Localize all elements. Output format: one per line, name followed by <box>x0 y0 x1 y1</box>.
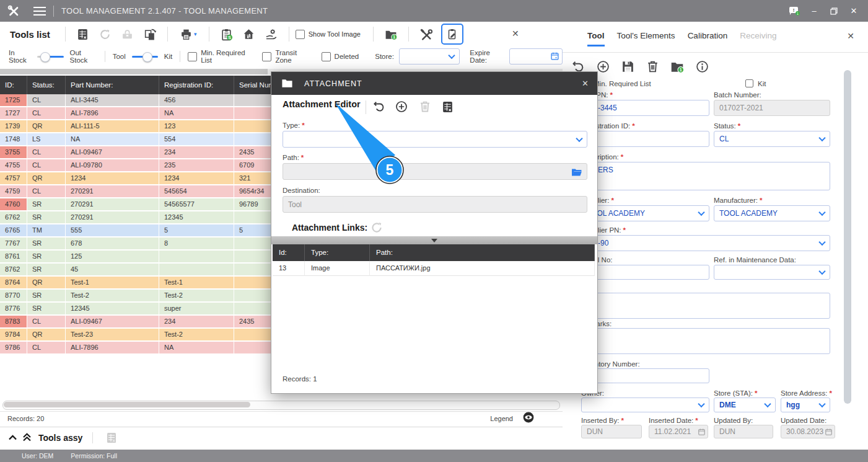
notification-icon[interactable]: !1 <box>786 4 802 19</box>
table-cell[interactable]: CL <box>27 146 66 159</box>
column-header[interactable]: Status: <box>27 76 66 94</box>
table-cell[interactable]: 12345 <box>159 211 234 224</box>
tools-crossed-button[interactable] <box>419 27 434 42</box>
links-cell[interactable]: 13 <box>273 261 305 276</box>
attachment-delete-icon-disabled[interactable] <box>418 99 432 114</box>
table-cell[interactable]: 545654 <box>159 185 234 198</box>
grid-horizontal-scrollbar-thumb[interactable] <box>4 402 250 407</box>
table-cell[interactable]: 9786 <box>0 342 27 355</box>
collapse-all-icon[interactable] <box>22 432 32 443</box>
table-cell[interactable]: CL <box>27 94 66 107</box>
table-cell[interactable]: 123 <box>159 120 234 133</box>
collapse-icon[interactable] <box>7 433 18 443</box>
save-icon[interactable] <box>620 58 636 74</box>
table-cell[interactable]: ALI-7896 <box>66 107 159 120</box>
table-cell[interactable]: 8761 <box>0 251 27 264</box>
store-address-select[interactable]: hgg <box>781 398 830 412</box>
table-cell[interactable]: 8764 <box>0 277 27 290</box>
supplier-select[interactable]: TOOL ACADEMY <box>581 205 709 221</box>
column-header[interactable]: Registration ID: <box>159 76 234 94</box>
table-cell[interactable]: 8 <box>159 238 234 251</box>
table-cell[interactable] <box>159 251 234 264</box>
tab-tool[interactable]: Tool <box>587 31 605 43</box>
table-cell[interactable]: 1727 <box>0 107 27 120</box>
detail-scrollbar[interactable] <box>844 70 851 408</box>
store-sta-select[interactable]: DME <box>714 398 776 412</box>
table-cell[interactable]: 234 <box>159 316 234 329</box>
table-cell[interactable]: QR <box>27 172 66 185</box>
info-icon[interactable] <box>694 58 710 74</box>
attachment-add-icon[interactable] <box>394 99 409 114</box>
table-cell[interactable]: 678 <box>66 238 159 251</box>
table-cell[interactable]: ALI-09467 <box>66 316 159 329</box>
store-select[interactable] <box>399 48 460 64</box>
table-cell[interactable]: NA <box>159 107 234 120</box>
table-cell[interactable]: 12345 <box>66 303 159 316</box>
stock-toggle[interactable] <box>37 52 63 61</box>
restore-button[interactable] <box>826 4 842 19</box>
type-select[interactable] <box>283 131 587 148</box>
table-cell[interactable]: 45 <box>66 264 159 277</box>
table-cell[interactable]: 4757 <box>0 172 27 185</box>
table-cell[interactable]: 456 <box>159 94 234 107</box>
links-column-header[interactable]: Path: <box>370 244 595 261</box>
table-cell[interactable]: 1725 <box>0 94 27 107</box>
table-cell[interactable]: 54565577 <box>159 198 234 211</box>
table-cell[interactable]: 6762 <box>0 211 27 224</box>
tab-tools-elements[interactable]: Tool's Elements <box>617 31 675 43</box>
grid-horizontal-scrollbar[interactable] <box>2 401 560 410</box>
close-attachment-dialog-icon[interactable]: ✕ <box>582 79 589 88</box>
table-cell[interactable]: 8762 <box>0 264 27 277</box>
table-cell[interactable]: NA <box>159 342 234 355</box>
table-cell[interactable]: SR <box>27 303 66 316</box>
table-cell[interactable]: 3755 <box>0 146 27 159</box>
links-refresh-icon[interactable] <box>369 220 384 235</box>
close-detail-panel-icon[interactable]: ✕ <box>847 32 854 40</box>
table-cell[interactable]: QR <box>27 329 66 342</box>
table-cell[interactable]: Test-2 <box>159 329 234 342</box>
table-cell[interactable]: SR <box>27 211 66 224</box>
splitter-handle[interactable] <box>271 236 597 244</box>
table-cell[interactable]: LS <box>27 133 66 146</box>
table-cell[interactable]: ALI-3445 <box>66 94 159 107</box>
supplier-pn-select[interactable]: ALI-90 <box>581 235 830 251</box>
table-cell[interactable]: super <box>159 303 234 316</box>
inventory-number-input[interactable] <box>581 368 709 383</box>
copy-move-button[interactable] <box>142 27 157 42</box>
registration-id-input[interactable] <box>581 131 709 147</box>
assy-grid-icon[interactable] <box>104 430 119 445</box>
table-cell[interactable]: 4760 <box>0 198 27 211</box>
print-button[interactable]: ▾ <box>178 27 199 42</box>
table-cell[interactable]: 6765 <box>0 224 27 238</box>
attachment-folder-icon[interactable]: 1 <box>669 58 685 74</box>
table-cell[interactable]: SR <box>27 264 66 277</box>
refresh-button[interactable] <box>98 27 113 42</box>
table-cell[interactable]: 4755 <box>0 159 27 172</box>
description-textarea[interactable]: PLIERS <box>581 162 830 190</box>
export-grid-button[interactable] <box>76 27 90 42</box>
table-cell[interactable]: Test-1 <box>159 277 234 290</box>
table-cell[interactable]: 5 <box>159 224 234 238</box>
deleted-checkbox[interactable] <box>322 52 331 61</box>
table-cell[interactable]: 1748 <box>0 133 27 146</box>
attachment-save-grid-icon[interactable] <box>440 99 455 114</box>
remarks-textarea[interactable] <box>581 328 830 354</box>
table-cell[interactable]: 8783 <box>0 316 27 329</box>
table-cell[interactable]: 234 <box>159 146 234 159</box>
table-cell[interactable]: 1234 <box>66 172 159 185</box>
table-cell[interactable]: 8770 <box>0 290 27 303</box>
table-cell[interactable]: CL <box>27 316 66 329</box>
table-cell[interactable]: ALI-09467 <box>66 146 159 159</box>
min-required-list-checkbox[interactable] <box>188 52 197 61</box>
serial-no-input[interactable] <box>581 265 709 280</box>
table-cell[interactable]: 270291 <box>66 211 159 224</box>
table-cell[interactable]: SR <box>27 198 66 211</box>
print-dropdown-arrow[interactable]: ▾ <box>194 31 197 37</box>
legend-icon[interactable] <box>523 412 534 424</box>
column-header[interactable]: Part Number: <box>66 76 159 94</box>
links-row[interactable]: 13ImageПАССАТИЖИ.jpg <box>273 261 596 276</box>
table-cell[interactable]: 4759 <box>0 185 27 198</box>
calendar-icon[interactable] <box>550 51 559 61</box>
table-cell[interactable] <box>159 264 234 277</box>
hand-gear-button[interactable] <box>264 27 279 42</box>
